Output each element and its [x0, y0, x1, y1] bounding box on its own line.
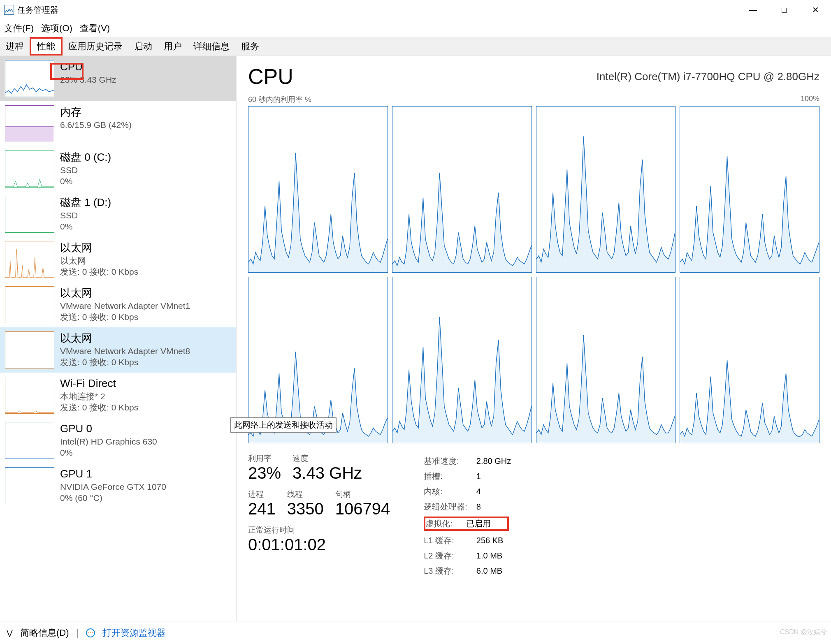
graph-max-label: 100% — [801, 95, 819, 104]
svg-marker-8 — [536, 335, 675, 443]
tab-details[interactable]: 详细信息 — [188, 37, 235, 56]
l3-cache: 6.0 MB — [476, 564, 519, 578]
speed-value: 3.43 GHz — [292, 464, 362, 482]
cpu-graph-grid — [248, 106, 819, 443]
l1-cache: 256 KB — [476, 533, 519, 548]
svg-marker-2 — [248, 153, 388, 272]
tab-app-history[interactable]: 应用历史记录 — [63, 37, 128, 56]
sidebar-item-memory[interactable]: 内存6.6/15.9 GB (42%) — [0, 101, 236, 146]
svg-marker-3 — [392, 173, 532, 272]
sidebar-item-ethernet2[interactable]: 以太网VMware Network Adapter VMnet8发送: 0 接收… — [0, 327, 236, 373]
tab-users[interactable]: 用户 — [158, 37, 188, 56]
svg-marker-4 — [536, 137, 675, 272]
open-resource-monitor-link[interactable]: 打开资源监视器 — [102, 627, 166, 639]
tooltip: 此网络上的发送和接收活动 — [230, 417, 337, 433]
sidebar-item-disk1[interactable]: 磁盘 1 (D:)SSD0% — [0, 192, 236, 237]
sidebar-item-ethernet1[interactable]: 以太网VMware Network Adapter VMnet1发送: 0 接收… — [0, 282, 236, 327]
sidebar-item-disk0[interactable]: 磁盘 0 (C:)SSD0% — [0, 146, 236, 192]
disk-thumb-icon — [5, 196, 54, 233]
l2-cache: 1.0 MB — [476, 549, 519, 563]
uptime-value: 0:01:01:02 — [248, 535, 390, 554]
cpu-core-graph-5 — [392, 277, 532, 443]
sidebar-item-wifi[interactable]: Wi-Fi Direct本地连接* 2发送: 0 接收: 0 Kbps — [0, 373, 236, 418]
window-title: 任务管理器 — [17, 5, 58, 16]
virtualization-highlight: 虚拟化: 已启用 — [424, 517, 509, 531]
logical-processors: 8 — [476, 500, 519, 514]
svg-rect-0 — [5, 127, 53, 142]
cpu-thumb-icon — [5, 60, 54, 97]
threads-value: 3350 — [287, 500, 324, 518]
cpu-core-graph-3 — [680, 106, 819, 273]
watermark: CSDN @汝嫣兮 — [780, 628, 827, 637]
tab-services[interactable]: 服务 — [235, 37, 265, 56]
sidebar-item-ethernet0[interactable]: 以太网以太网发送: 0 接收: 0 Kbps — [0, 237, 236, 282]
tab-startup[interactable]: 启动 — [128, 37, 158, 56]
graph-time-label: 60 秒内的利用率 % — [248, 95, 311, 104]
cpu-core-graph-6 — [536, 277, 676, 443]
minimize-button[interactable]: — — [737, 0, 768, 20]
processes-value: 241 — [248, 500, 276, 518]
svg-marker-5 — [680, 156, 819, 272]
virtualization-value: 已启用 — [466, 519, 491, 528]
cpu-core-graph-0 — [248, 106, 388, 273]
menu-options[interactable]: 选项(O) — [41, 22, 72, 35]
tab-processes[interactable]: 进程 — [0, 37, 30, 56]
handles-value: 106794 — [335, 500, 390, 518]
tab-performance[interactable]: 性能 — [30, 37, 63, 56]
app-icon — [4, 5, 14, 15]
resource-monitor-icon: 〰 — [86, 628, 95, 637]
cpu-core-graph-2 — [536, 106, 676, 273]
utilization-value: 23% — [248, 464, 281, 482]
menu-file[interactable]: 文件(F) — [4, 22, 34, 35]
cpu-model: Intel(R) Core(TM) i7-7700HQ CPU @ 2.80GH… — [597, 70, 819, 83]
sidebar-item-gpu0[interactable]: GPU 0Intel(R) HD Graphics 6300% — [0, 418, 236, 463]
sidebar-item-cpu[interactable]: CPU23% 3.43 GHz — [0, 56, 236, 101]
svg-marker-7 — [392, 317, 532, 443]
cpu-core-graph-1 — [392, 106, 532, 273]
sockets: 1 — [476, 469, 519, 484]
cores: 4 — [476, 484, 519, 499]
network-thumb-icon — [5, 377, 54, 414]
cpu-core-graph-7 — [680, 277, 819, 443]
network-thumb-icon — [5, 331, 54, 368]
sidebar-item-gpu1[interactable]: GPU 1NVIDIA GeForce GTX 10700% (60 °C) — [0, 463, 236, 508]
svg-marker-9 — [680, 360, 819, 443]
network-thumb-icon — [5, 241, 54, 278]
maximize-button[interactable]: □ — [768, 0, 800, 20]
disk-thumb-icon — [5, 151, 54, 188]
memory-thumb-icon — [5, 105, 54, 142]
brief-info-button[interactable]: 简略信息(D) — [20, 627, 69, 639]
page-title: CPU — [248, 64, 293, 89]
gpu-thumb-icon — [5, 422, 54, 459]
menu-view[interactable]: 查看(V) — [80, 22, 110, 35]
base-speed: 2.80 GHz — [476, 454, 519, 468]
close-button[interactable]: ✕ — [800, 0, 831, 20]
chevron-down-icon[interactable]: ⋁ — [7, 628, 13, 637]
network-thumb-icon — [5, 286, 54, 323]
gpu-thumb-icon — [5, 467, 54, 504]
cpu-title: CPU — [60, 60, 231, 74]
sidebar: CPU23% 3.43 GHz CPU 内存6.6/15.9 GB (42%) … — [0, 56, 237, 621]
